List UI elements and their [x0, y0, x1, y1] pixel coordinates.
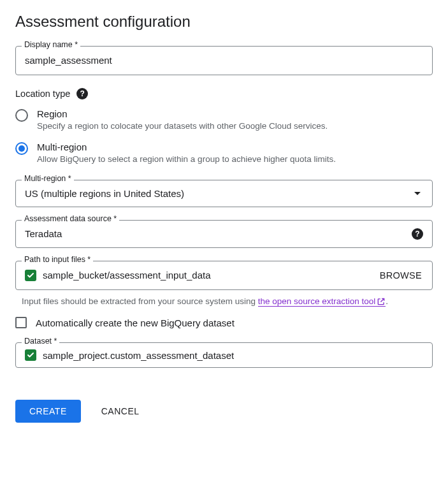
radio-region[interactable]: Region Specify a region to colocate your…: [15, 108, 433, 133]
check-valid-icon: [25, 270, 36, 281]
multi-region-field: Multi-region * US (multiple regions in U…: [15, 180, 433, 207]
dataset-value: sample_project.custom_assessment_dataset: [43, 350, 234, 361]
dataset-field: Dataset * sample_project.custom_assessme…: [15, 342, 433, 368]
location-type-radio-group: Region Specify a region to colocate your…: [15, 108, 433, 166]
check-valid-icon: [25, 349, 36, 361]
radio-icon: [15, 109, 28, 122]
button-row: CREATE CANCEL: [15, 400, 433, 423]
data-source-field: Assessment data source * Teradata ?: [15, 220, 433, 248]
multi-region-value: US (multiple regions in United States): [25, 188, 184, 199]
multi-region-select[interactable]: US (multiple regions in United States): [15, 180, 433, 207]
display-name-field: Display name *: [15, 46, 433, 75]
auto-create-label: Automatically create the new BigQuery da…: [36, 317, 235, 328]
dataset-input-wrap[interactable]: sample_project.custom_assessment_dataset: [15, 342, 433, 368]
input-path-wrap: sample_bucket/assessment_input_data BROW…: [15, 261, 433, 290]
radio-region-desc: Specify a region to colocate your datase…: [37, 120, 328, 133]
data-source-value: Teradata: [25, 228, 394, 239]
page-title: Assessment configuration: [15, 13, 433, 31]
radio-multi-region[interactable]: Multi-region Allow BigQuery to select a …: [15, 142, 433, 166]
help-icon[interactable]: ?: [412, 228, 423, 240]
data-source-label: Assessment data source *: [22, 214, 119, 223]
dataset-label: Dataset *: [22, 337, 59, 346]
input-path-value[interactable]: sample_bucket/assessment_input_data: [43, 270, 211, 281]
extraction-tool-link[interactable]: the open source extraction tool: [258, 296, 386, 307]
help-icon[interactable]: ?: [76, 88, 88, 99]
radio-multi-region-title: Multi-region: [37, 142, 336, 152]
auto-create-checkbox[interactable]: Automatically create the new BigQuery da…: [15, 317, 433, 328]
data-source-select[interactable]: Teradata ?: [15, 220, 433, 248]
location-type-label-row: Location type ?: [15, 88, 433, 99]
checkbox-icon: [15, 317, 27, 328]
display-name-input[interactable]: [15, 46, 433, 75]
input-path-helper: Input files should be extracted from you…: [22, 295, 433, 308]
browse-button[interactable]: BROWSE: [379, 268, 423, 283]
input-path-field: Path to input files * sample_bucket/asse…: [15, 261, 433, 290]
chevron-down-icon: [414, 192, 421, 195]
location-type-label: Location type: [15, 89, 70, 99]
display-name-label: Display name *: [22, 40, 80, 49]
create-button[interactable]: CREATE: [15, 400, 81, 423]
radio-region-title: Region: [37, 108, 328, 119]
radio-multi-region-desc: Allow BigQuery to select a region within…: [37, 154, 336, 166]
external-link-icon: [377, 297, 386, 306]
radio-selected-icon: [15, 142, 28, 155]
multi-region-label: Multi-region *: [22, 174, 74, 183]
input-path-label: Path to input files *: [22, 255, 93, 264]
cancel-button[interactable]: CANCEL: [99, 400, 142, 423]
